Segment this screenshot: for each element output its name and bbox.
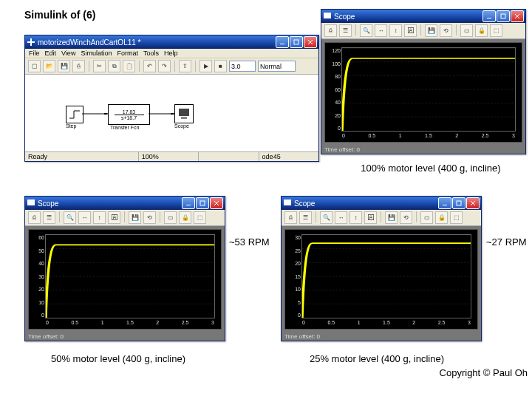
sep xyxy=(420,24,421,35)
scope100-title: Scope xyxy=(334,13,482,21)
restore-icon[interactable]: ⟲ xyxy=(400,211,412,224)
select-icon[interactable]: ⬚ xyxy=(194,211,206,224)
scope50-plot: 60 50 40 30 20 10 0 0 0.5 1 1.5 2 2.5 3 xyxy=(25,226,225,341)
print-icon[interactable]: ⎙ xyxy=(72,60,85,72)
params-icon[interactable]: ☰ xyxy=(43,211,55,224)
menu-file[interactable]: File xyxy=(29,50,40,57)
params-icon[interactable]: ☰ xyxy=(299,211,312,224)
sep xyxy=(124,211,125,222)
maximize-button[interactable] xyxy=(452,197,466,209)
menu-help[interactable]: Help xyxy=(164,50,178,57)
svg-rect-33 xyxy=(284,200,291,205)
sep xyxy=(316,211,316,222)
svg-rect-14 xyxy=(501,14,505,18)
zoomx-icon[interactable]: ↔ xyxy=(335,211,347,224)
scope-window-100: Scope ⎙ ☰ 🔍 ↔ ↕ 🄰 💾 ⟲ ▭ 🔒 ⬚ 120 100 80 6… xyxy=(321,9,526,154)
save-icon[interactable]: 💾 xyxy=(58,60,70,72)
select-icon[interactable]: ⬚ xyxy=(490,24,502,37)
undo-icon[interactable]: ↶ xyxy=(143,60,156,72)
scope-block-label: Scope xyxy=(174,123,189,129)
minimize-button[interactable] xyxy=(438,197,451,209)
open-icon[interactable]: 📂 xyxy=(43,60,55,72)
menu-view[interactable]: View xyxy=(61,50,75,57)
stoptime-input[interactable] xyxy=(229,61,256,72)
zoom-icon[interactable]: 🔍 xyxy=(360,24,372,37)
autoscale-icon[interactable]: 🄰 xyxy=(108,211,120,224)
scope-toolbar: ⎙ ☰ 🔍 ↔ ↕ 🄰 💾 ⟲ ▭ 🔒 ⬚ xyxy=(282,210,481,226)
stop-icon[interactable]: ■ xyxy=(214,60,227,72)
scope100-plotbox[interactable]: 120 100 80 60 40 20 0 0 0.5 1 1.5 2 2.5 … xyxy=(324,42,522,143)
float-icon[interactable]: ▭ xyxy=(420,211,433,224)
menu-format[interactable]: Format xyxy=(117,50,138,57)
scope25-xaxis: 0 0.5 1 1.5 2 2.5 3 xyxy=(302,320,471,325)
save-icon[interactable]: 💾 xyxy=(385,211,398,224)
scope50-trace xyxy=(46,235,214,318)
mode-select[interactable] xyxy=(258,61,296,72)
status-zoom: 100% xyxy=(139,152,199,161)
print-icon[interactable]: ⎙ xyxy=(324,24,337,37)
transfer-fcn-block[interactable]: 17.83 s+18.7 xyxy=(108,104,150,125)
new-icon[interactable]: ▢ xyxy=(28,60,41,72)
autoscale-icon[interactable]: 🄰 xyxy=(364,211,377,224)
minimize-button[interactable] xyxy=(182,197,195,209)
toolbar-sep xyxy=(195,61,196,72)
scope-appicon xyxy=(283,199,292,208)
scope50-footer: Time offset: 0 xyxy=(25,332,225,341)
cut-icon[interactable]: ✂ xyxy=(93,60,106,72)
step-block[interactable] xyxy=(66,106,83,123)
autoscale-icon[interactable]: 🄰 xyxy=(404,24,417,37)
scope-block[interactable] xyxy=(174,104,194,123)
float-icon[interactable]: ▭ xyxy=(164,211,177,224)
lock-icon[interactable]: 🔒 xyxy=(475,24,488,37)
scope-window-25: Scope ⎙ ☰ 🔍 ↔ ↕ 🄰 💾 ⟲ ▭ 🔒 ⬚ 30 25 20 15 xyxy=(281,196,482,341)
minimize-button[interactable] xyxy=(482,10,496,22)
tf-num: 17.83 xyxy=(123,109,136,115)
zoomx-icon[interactable]: ↔ xyxy=(375,24,387,37)
maximize-button[interactable] xyxy=(196,197,209,209)
menu-simulation[interactable]: Simulation xyxy=(81,50,112,57)
zoom-icon[interactable]: 🔍 xyxy=(320,211,332,224)
select-icon[interactable]: ⬚ xyxy=(450,211,463,224)
maximize-button[interactable] xyxy=(290,36,303,48)
play-icon[interactable]: ▶ xyxy=(200,60,212,72)
up-icon[interactable]: ⇧ xyxy=(179,60,191,72)
scope50-xaxis: 0 0.5 1 1.5 2 2.5 3 xyxy=(46,320,214,325)
zoomy-icon[interactable]: ↕ xyxy=(93,211,106,224)
scope50-titlebar: Scope xyxy=(25,197,225,210)
menu-edit[interactable]: Edit xyxy=(45,50,57,57)
redo-icon[interactable]: ↷ xyxy=(158,60,171,72)
float-icon[interactable]: ▭ xyxy=(460,24,473,37)
zoomy-icon[interactable]: ↕ xyxy=(349,211,362,224)
lock-icon[interactable]: 🔒 xyxy=(179,211,191,224)
params-icon[interactable]: ☰ xyxy=(339,24,352,37)
restore-icon[interactable]: ⟲ xyxy=(143,211,156,224)
maximize-button[interactable] xyxy=(497,10,510,22)
close-button[interactable] xyxy=(210,197,223,209)
zoomy-icon[interactable]: ↕ xyxy=(389,24,402,37)
paste-icon[interactable]: 📋 xyxy=(123,60,135,72)
menu-tools[interactable]: Tools xyxy=(143,50,159,57)
sep xyxy=(160,211,160,222)
copyright-text: Copyright © Paul Oh xyxy=(440,367,528,378)
print-icon[interactable]: ⎙ xyxy=(28,211,41,224)
save-icon[interactable]: 💾 xyxy=(425,24,437,37)
minimize-button[interactable] xyxy=(276,36,289,48)
lock-icon[interactable]: 🔒 xyxy=(435,211,448,224)
tf-den: s+18.7 xyxy=(115,115,144,120)
zoomx-icon[interactable]: ↔ xyxy=(78,211,91,224)
print-icon[interactable]: ⎙ xyxy=(284,211,297,224)
scope100-trace xyxy=(342,48,515,131)
close-button[interactable] xyxy=(511,10,524,22)
scope100-plot: 120 100 80 60 40 20 0 0 0.5 1 1.5 2 2.5 … xyxy=(321,39,525,154)
model-canvas[interactable]: Step 17.83 s+18.7 Transfer Fcn Scope xyxy=(25,75,318,151)
close-button[interactable] xyxy=(466,197,480,209)
toolbar-sep xyxy=(89,61,89,72)
scope25-plotbox[interactable]: 30 25 20 15 10 5 0 0 0.5 1 1.5 2 2.5 3 xyxy=(284,229,478,330)
zoom-icon[interactable]: 🔍 xyxy=(64,211,76,224)
copy-icon[interactable]: ⧉ xyxy=(108,60,120,72)
save-icon[interactable]: 💾 xyxy=(129,211,141,224)
restore-icon[interactable]: ⟲ xyxy=(440,24,452,37)
close-button[interactable] xyxy=(304,36,317,48)
simulink-model-window: motorizedWinchAndCartOL11 * File Edit Vi… xyxy=(24,35,319,162)
scope50-plotbox[interactable]: 60 50 40 30 20 10 0 0 0.5 1 1.5 2 2.5 3 xyxy=(28,229,222,330)
